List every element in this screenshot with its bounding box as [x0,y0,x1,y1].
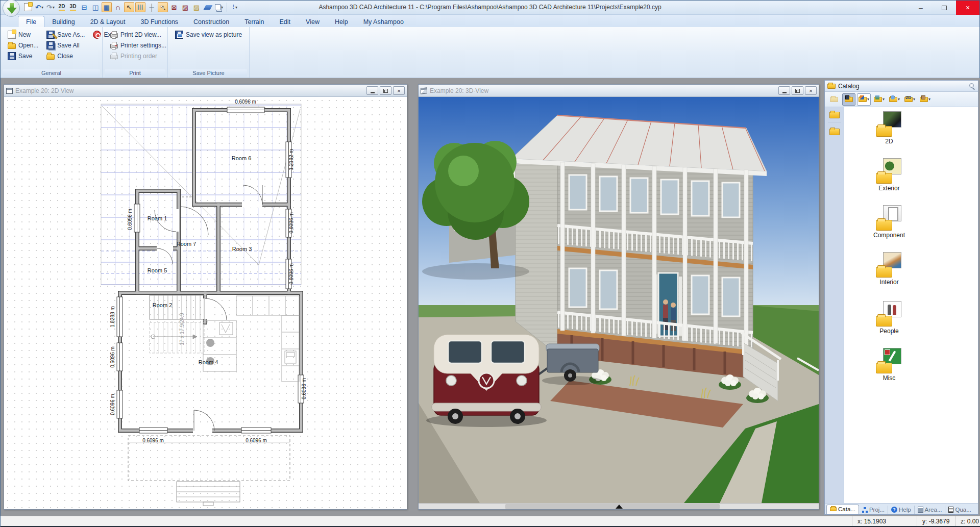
snap-magnet-icon[interactable]: ∩ [113,2,123,12]
hatch-light-icon[interactable]: ▨ [191,2,202,12]
plan-doors [155,185,262,434]
tab-edit[interactable]: Edit [272,16,299,27]
close-project-button[interactable]: Close [43,51,88,61]
tab-view[interactable]: View [298,16,327,27]
catalog-item-list: 2D Exterior Component Interior [844,107,978,503]
catalog-toolbar: ↑ ▾ ▾ ▾ 2D▾ ▾ [825,92,978,107]
save-all-button[interactable]: Save All [43,40,88,51]
hatch-dark-icon[interactable]: ▨ [180,2,190,12]
floor-plan-drawing[interactable]: Room 6 Room 1 Room 7 Room 3 Room 5 Room … [4,97,407,509]
split-horizontal-icon[interactable]: ⊟ [79,2,89,12]
plan-windows [117,107,304,433]
toolbar-options-icon[interactable]: ᎒▾ [230,2,240,12]
tab-area[interactable]: Area... [915,506,946,514]
roof-plane-icon[interactable] [203,2,213,12]
2d-view-icon[interactable]: 2D [57,2,67,12]
catalog-item-exterior[interactable]: Exterior [859,158,920,192]
3d-window-titlebar[interactable]: Example 20: 3D-View × [419,85,819,97]
tab-3d-functions[interactable]: 3D Functions [133,16,186,27]
printer-settings-icon [110,41,118,49]
tab-help[interactable]: ?Help [888,506,915,514]
restore-button[interactable] [933,1,956,15]
2d-window-title: Example 20: 2D View [15,87,74,94]
print-2d-view-button[interactable]: Print 2D view... [107,29,169,40]
catalog-group-button-1[interactable] [828,111,841,122]
2d-window-titlebar[interactable]: Example 20: 2D View × [4,85,407,97]
dim-room1-left: 0.6096 m [127,209,133,230]
dim-bottom-2: 0.6096 m [246,438,267,443]
project-tree-icon [862,507,868,513]
window-title: Ashampoo 3D CAD Architecture 11 - C:\Pro… [318,4,661,11]
3d-close-button[interactable]: × [805,86,817,95]
2d-close-button[interactable]: × [393,86,405,95]
catalog-group-button-2[interactable] [828,128,841,139]
save-view-as-picture-button[interactable]: Save view as picture [172,29,245,40]
tab-terrain[interactable]: Terrain [237,16,272,27]
room7-label: Room 7 [177,241,197,247]
close-button[interactable]: × [956,1,979,15]
split-vertical-icon[interactable]: ◫ [90,2,101,12]
transfer-view-icon[interactable]: ⊠ [169,2,179,12]
catalog-item-interior[interactable]: Interior [859,252,920,286]
printing-order-button: Printing order [107,51,169,61]
button-label: Save As... [57,31,85,38]
show-2d-catalog-icon[interactable]: 2D▾ [903,93,917,106]
redo-icon[interactable]: ↷▾ [45,2,56,12]
printer-settings-button[interactable]: Printer settings... [107,40,169,51]
undo-icon[interactable]: ↶▾ [34,2,44,12]
tab-project[interactable]: Proj... [859,506,888,514]
show-materials-catalog-icon[interactable]: ▾ [888,93,901,106]
open-button[interactable]: Open... [5,40,41,51]
3d-canvas[interactable] [419,97,819,509]
duplicate-view-icon[interactable]: ▾ [214,2,224,12]
2d-maximize-button[interactable] [380,86,391,95]
catalog-item-misc[interactable]: Misc [859,348,920,382]
scrollbar-marker-icon [616,505,623,509]
2d-minimize-button[interactable] [366,86,378,95]
3d-view-icon[interactable]: 3D [68,2,78,12]
new-button[interactable]: New [5,29,41,40]
snap-crosshair-icon[interactable]: ┼ [146,2,157,12]
3d-window-icon [421,87,427,94]
catalog-item-component[interactable]: Component [859,205,920,239]
scrollbar-thumb[interactable] [505,504,720,509]
quantities-document-icon [948,507,953,513]
tab-file[interactable]: File [18,16,44,27]
select-cursor-icon[interactable]: ↖ [158,2,168,12]
open-folder-icon [8,43,16,49]
catalog-title: Catalog [838,83,859,90]
tab-help[interactable]: Help [327,16,356,27]
save-as-button[interactable]: Save As... [43,29,88,40]
search-icon[interactable] [969,83,975,89]
catalog-item-2d[interactable]: 2D [859,111,920,145]
app-logo-button[interactable] [3,0,20,17]
3d-minimize-button[interactable] [778,86,790,95]
show-rooms-catalog-icon[interactable]: ▾ [918,93,932,106]
minimize-button[interactable]: – [909,1,933,15]
save-button[interactable]: Save [5,51,41,61]
toggle-grid-icon[interactable]: ▦ [102,2,112,12]
tab-label: Cata... [838,506,855,512]
2d-canvas[interactable]: Room 6 Room 1 Room 7 Room 3 Room 5 Room … [4,97,407,509]
show-objects-catalog-icon[interactable]: ▾ [857,93,871,106]
save-floppy-icon [8,52,16,60]
3d-maximize-button[interactable] [792,86,803,95]
select-visible-icon[interactable]: ↖ [124,2,134,12]
3d-horizontal-scrollbar[interactable] [419,503,819,509]
tab-construction[interactable]: Construction [186,16,237,27]
3d-scene[interactable] [419,97,819,503]
catalog-item-people[interactable]: People [859,301,920,335]
application-window: ↶▾ ↷▾ 2D 3D ⊟ ◫ ▦ ∩ ↖ ||| ┼ ↖ ⊠ ▨ ▨ ▾ ᎒▾… [0,0,980,527]
vertical-guides-icon[interactable]: ||| [135,2,145,12]
tab-quantities[interactable]: Qua... [945,506,974,514]
tab-my-ashampoo[interactable]: My Ashampoo [356,16,411,27]
tab-building[interactable]: Building [44,16,82,27]
tab-catalog[interactable]: Cata... [826,505,859,514]
new-document-icon[interactable] [23,2,33,12]
group-label-save-picture: Save Picture [170,69,247,77]
show-textures-catalog-icon[interactable]: ▾ [872,93,886,106]
tab-2d-layout[interactable]: 2D & Layout [83,16,133,27]
catalog-header: Catalog [825,81,978,92]
group-label-general: General [3,69,100,77]
show-windows-catalog-icon[interactable] [842,93,855,106]
